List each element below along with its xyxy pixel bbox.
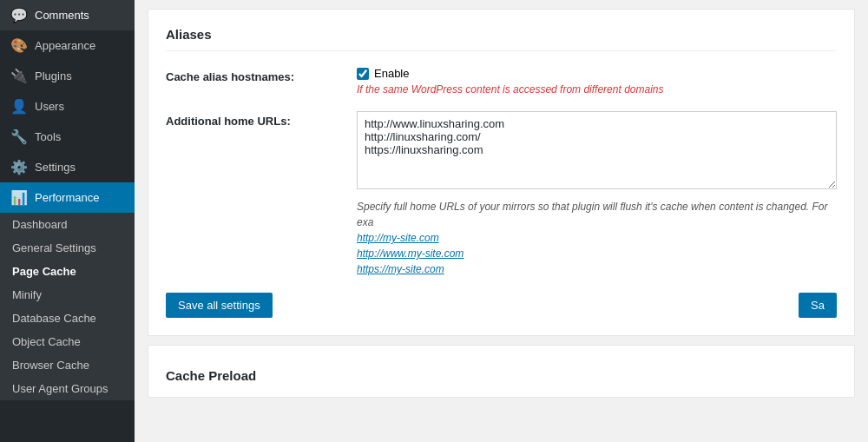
main-content: Aliases Cache alias hostnames: Enable If… [135, 0, 868, 442]
save-row: Save all settings Sa [166, 293, 837, 318]
sidebar-item-settings[interactable]: ⚙️ Settings [0, 152, 135, 182]
sidebar-item-label: Performance [35, 191, 99, 204]
enable-checkbox[interactable] [357, 68, 369, 80]
sidebar-item-appearance[interactable]: 🎨 Appearance [0, 30, 135, 61]
sidebar-item-plugins[interactable]: 🔌 Plugins [0, 61, 135, 91]
aliases-title: Aliases [166, 27, 837, 51]
sidebar-item-performance[interactable]: 📊 Performance [0, 182, 135, 213]
sidebar-sub-page-cache[interactable]: Page Cache [0, 260, 135, 283]
cache-alias-row: Cache alias hostnames: Enable If the sam… [166, 67, 837, 96]
sidebar-sub-database-cache[interactable]: Database Cache [0, 307, 135, 330]
urls-textarea[interactable]: http://www.linuxsharing.com http://linux… [357, 111, 837, 189]
sidebar-sub-menu: Dashboard General Settings Page Cache Mi… [0, 213, 135, 400]
cache-alias-label: Cache alias hostnames: [166, 67, 339, 83]
enable-checkbox-row: Enable [357, 67, 837, 80]
sidebar-item-users[interactable]: 👤 Users [0, 91, 135, 122]
cache-preload-title: Cache Preload [166, 368, 837, 383]
sidebar-sub-user-agent-groups[interactable]: User Agent Groups [0, 377, 135, 400]
sidebar-sub-general-settings[interactable]: General Settings [0, 236, 135, 260]
sidebar-item-label: Users [35, 100, 64, 113]
sidebar-sub-object-cache[interactable]: Object Cache [0, 330, 135, 353]
sidebar-item-label: Comments [35, 9, 89, 22]
performance-icon: 📊 [10, 189, 28, 206]
sidebar: 💬 Comments 🎨 Appearance 🔌 Plugins 👤 User… [0, 0, 135, 442]
additional-urls-label: Additional home URLs: [166, 111, 339, 128]
tools-icon: 🔧 [10, 129, 28, 145]
additional-hint: Specify full home URLs of your mirrors s… [357, 199, 837, 277]
cache-alias-control: Enable If the same WordPress content is … [357, 67, 837, 96]
save-all-settings-button[interactable]: Save all settings [166, 293, 273, 318]
sidebar-item-label: Settings [35, 161, 76, 174]
sidebar-item-label: Tools [35, 130, 61, 143]
appearance-icon: 🎨 [10, 37, 28, 54]
sidebar-item-label: Plugins [35, 69, 72, 82]
alias-hint-text: If the same WordPress content is accesse… [357, 83, 837, 96]
save-button-right[interactable]: Sa [799, 293, 837, 318]
cache-preload-section: Cache Preload [148, 345, 855, 398]
settings-icon: ⚙️ [10, 159, 28, 175]
example-url-2[interactable]: http://www.my-site.com [357, 247, 464, 260]
comments-icon: 💬 [10, 7, 28, 23]
users-icon: 👤 [10, 98, 28, 115]
sidebar-sub-dashboard[interactable]: Dashboard [0, 213, 135, 236]
sidebar-item-tools[interactable]: 🔧 Tools [0, 122, 135, 152]
sidebar-item-label: Appearance [35, 39, 95, 52]
additional-urls-control: http://www.linuxsharing.com http://linux… [357, 111, 837, 277]
additional-urls-row: Additional home URLs: http://www.linuxsh… [166, 111, 837, 277]
plugins-icon: 🔌 [10, 68, 28, 84]
sidebar-item-comments[interactable]: 💬 Comments [0, 0, 135, 30]
sidebar-sub-minify[interactable]: Minify [0, 283, 135, 307]
aliases-section: Aliases Cache alias hostnames: Enable If… [148, 9, 855, 336]
example-url-1[interactable]: http://my-site.com [357, 232, 439, 244]
example-url-3[interactable]: https://my-site.com [357, 263, 444, 275]
enable-label: Enable [374, 67, 409, 80]
sidebar-sub-browser-cache[interactable]: Browser Cache [0, 353, 135, 377]
